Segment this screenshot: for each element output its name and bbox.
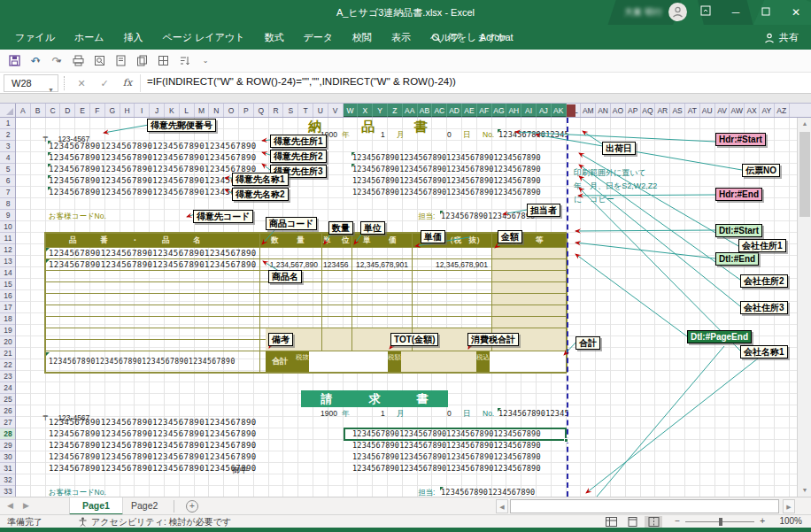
callout-co-addr1[interactable]: 会社住所1 <box>738 239 786 252</box>
cell-addr-line[interactable]: 1234567890123456789012345678901234567890 <box>49 142 257 150</box>
callout-unit[interactable]: 単位 <box>360 221 385 235</box>
row-header-33[interactable]: 33 <box>0 486 16 497</box>
scroll-up-icon[interactable]: ▲ <box>798 118 811 130</box>
column-header-N[interactable]: N <box>209 104 224 118</box>
scroll-left-icon[interactable]: ◀ <box>496 499 508 513</box>
sheet-nav-right-icon[interactable]: ▶ <box>23 501 29 510</box>
row-header-26[interactable]: 26 <box>0 405 16 417</box>
table-price[interactable]: 12,345,678,901 <box>351 260 408 269</box>
callout-co-name1[interactable]: 会社名称1 <box>740 345 788 359</box>
column-header-B[interactable]: B <box>31 104 46 118</box>
page-break-view-icon[interactable] <box>645 516 662 528</box>
column-header-AC[interactable]: AC <box>432 104 447 118</box>
row-header-14[interactable]: 14 <box>0 267 16 279</box>
cell-addr-line[interactable]: 1234567890123456789012345678901234567890 <box>49 176 257 185</box>
column-header-S[interactable]: S <box>283 104 298 118</box>
row-header-6[interactable]: 6 <box>0 175 16 187</box>
fill-handle[interactable] <box>564 438 568 443</box>
column-header-AZ[interactable]: AZ <box>775 104 790 118</box>
row-header-5[interactable]: 5 <box>0 164 16 175</box>
select-all-button[interactable] <box>0 104 16 118</box>
row-header-1[interactable]: 1 <box>0 118 16 129</box>
column-header-AJ[interactable]: AJ <box>537 104 552 118</box>
row-header-25[interactable]: 25 <box>0 394 16 405</box>
scroll-right-icon[interactable]: ▶ <box>783 499 795 513</box>
callout-addr1[interactable]: 得意先住所1 <box>270 135 327 148</box>
column-header-I[interactable]: I <box>135 104 150 118</box>
callout-amount[interactable]: 金額 <box>498 230 522 243</box>
page-setup-icon[interactable] <box>112 52 129 70</box>
row-header-31[interactable]: 31 <box>0 463 16 474</box>
table-unit[interactable]: 123456 <box>323 260 348 269</box>
formula-input[interactable]: =IF(INDIRECT("W" & ROW()-24)="","",INDIR… <box>147 76 456 87</box>
callout-price[interactable]: 単価 <box>421 230 445 243</box>
tab-file[interactable]: ファイル <box>5 25 65 50</box>
page-layout-view-icon[interactable] <box>623 516 641 528</box>
cell-addr-line[interactable]: 1234567890123456789012345678901234567890 <box>49 418 257 427</box>
account-user-name[interactable]: 大東 明行 <box>624 6 662 19</box>
column-header-H[interactable]: H <box>120 104 135 118</box>
form2-month[interactable]: 1 <box>381 409 385 418</box>
callout-cust-code[interactable]: 得意先コード <box>193 210 253 223</box>
print-icon[interactable] <box>69 52 87 70</box>
tab-review[interactable]: 校閲 <box>343 25 382 50</box>
minimize-button[interactable]: ─ <box>721 0 751 25</box>
form1-title[interactable]: 納 品 書 <box>308 119 441 135</box>
cell-company-line[interactable]: 1234567890123456789012345678901234567890 <box>352 165 541 173</box>
tab-data[interactable]: データ <box>293 25 343 50</box>
callout-hdr-end[interactable]: Hdr:#End <box>715 188 762 201</box>
zoom-out-button[interactable]: − <box>675 516 680 526</box>
callout-addr2[interactable]: 得意先住所2 <box>270 150 327 163</box>
column-header-A[interactable]: A <box>16 104 31 118</box>
vertical-scroll-thumb[interactable] <box>799 132 810 217</box>
column-header-AN[interactable]: AN <box>596 104 611 118</box>
row-header-27[interactable]: 27 <box>0 417 16 428</box>
row-header-29[interactable]: 29 <box>0 440 16 451</box>
row-header-3[interactable]: 3 <box>0 141 16 152</box>
tab-view[interactable]: 表示 <box>382 25 421 50</box>
row-header-17[interactable]: 17 <box>0 302 16 313</box>
zoom-slider-thumb[interactable] <box>719 518 722 526</box>
share-button[interactable]: 共有 <box>764 29 799 46</box>
callout-dtl-start[interactable]: Dtl:#Start <box>715 224 762 237</box>
column-header-Y[interactable]: Y <box>373 104 388 118</box>
accessibility-status[interactable]: アクセシビリティ: 検討が必要です <box>91 516 231 528</box>
cell-company-line[interactable]: 1234567890123456789012345678901234567890 <box>352 452 541 461</box>
callout-co-addr3[interactable]: 会社住所3 <box>740 301 788 314</box>
callout-tot[interactable]: TOT(金額) <box>390 333 438 346</box>
callout-remark[interactable]: 備考 <box>268 333 293 346</box>
cell-addr-line[interactable]: 1234567890123456789012345678901234567890 <box>49 165 257 173</box>
row-header-22[interactable]: 22 <box>0 359 16 371</box>
column-header-Q[interactable]: Q <box>254 104 269 118</box>
form2-year[interactable]: 1900 <box>321 409 337 418</box>
close-button[interactable]: ✕ <box>781 0 811 25</box>
row-header-11[interactable]: 11 <box>0 233 16 244</box>
callout-dtl-pageend[interactable]: Dtl:#PageEnd <box>687 330 752 343</box>
vertical-scrollbar[interactable]: ▲ ▼ <box>797 118 811 497</box>
form2-title[interactable]: 請 求 書 <box>301 390 448 407</box>
row-header-10[interactable]: 10 <box>0 221 16 233</box>
column-header-E[interactable]: E <box>75 104 90 118</box>
normal-view-icon[interactable] <box>602 516 620 528</box>
row-header-20[interactable]: 20 <box>0 336 16 348</box>
column-header-AA[interactable]: AA <box>403 104 418 118</box>
row-header-13[interactable]: 13 <box>0 256 16 267</box>
row-header-28[interactable]: 28 <box>0 428 16 440</box>
cell-addr-line[interactable]: 1234567890123456789012345678901234567890 <box>49 452 257 461</box>
cell-company-line[interactable]: 1234567890123456789012345678901234567890 <box>352 176 541 185</box>
column-header-K[interactable]: K <box>165 104 180 118</box>
column-header-AD[interactable]: AD <box>447 104 462 118</box>
column-header-AB[interactable]: AB <box>418 104 433 118</box>
callout-dtl-end[interactable]: Dtl:#End <box>715 252 759 266</box>
column-header-AO[interactable]: AO <box>611 104 626 118</box>
maximize-button[interactable] <box>751 0 781 25</box>
redo-icon[interactable]: ↷▾ <box>48 52 66 70</box>
sheet-tab-page2[interactable]: Page2 <box>119 497 170 515</box>
column-header-AV[interactable]: AV <box>715 104 730 118</box>
column-header-AH[interactable]: AH <box>506 104 521 118</box>
callout-qty[interactable]: 数量 <box>328 221 353 235</box>
row-header-9[interactable]: 9 <box>0 210 16 221</box>
row-header-18[interactable]: 18 <box>0 313 16 325</box>
column-header-AM[interactable]: AM <box>581 104 596 118</box>
callout-item-name[interactable]: 商品名 <box>268 270 302 283</box>
